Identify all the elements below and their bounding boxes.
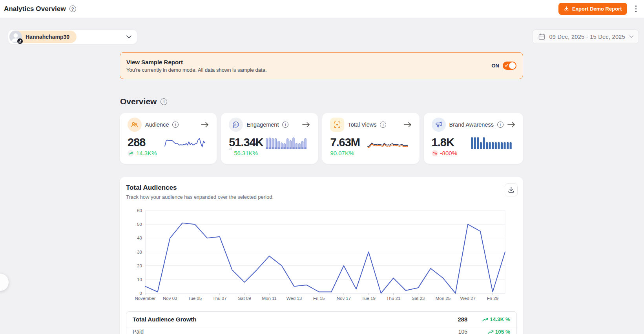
svg-text:Mon 25: Mon 25 bbox=[436, 296, 451, 301]
banner-title: View Sample Report bbox=[126, 59, 267, 65]
help-icon[interactable]: ? bbox=[69, 5, 76, 12]
trend-up-badge bbox=[128, 150, 134, 156]
svg-text:50: 50 bbox=[137, 222, 142, 227]
stat-card-engagement: Engagementi51.34K56.31K% bbox=[221, 113, 318, 164]
svg-text:Tue 19: Tue 19 bbox=[361, 296, 375, 301]
account-name: Hannahchamp30 bbox=[26, 34, 69, 40]
date-range-value: 09 Dec, 2025 - 15 Dec, 2025 bbox=[549, 34, 626, 40]
toggle-knob bbox=[509, 62, 516, 69]
card-title: Total Views bbox=[348, 122, 376, 128]
total-audiences-chart: 0102030405060NovemberNov 03Tue 05Thu 07S… bbox=[126, 205, 517, 303]
calendar-icon bbox=[538, 33, 545, 40]
kebab-menu-icon[interactable] bbox=[634, 5, 639, 13]
check-icon bbox=[505, 64, 508, 67]
svg-text:60: 60 bbox=[137, 208, 142, 213]
chevron-down-icon bbox=[126, 35, 131, 38]
growth-table-header: Total Audience Growth 288 14.3K % bbox=[126, 312, 516, 327]
svg-text:Mon 11: Mon 11 bbox=[262, 296, 277, 301]
svg-text:Thu 07: Thu 07 bbox=[213, 296, 227, 301]
card-delta: 90.07K% bbox=[330, 150, 354, 156]
growth-table-row-paid: Paid 105 105 % bbox=[126, 327, 516, 334]
sparkline bbox=[164, 136, 206, 149]
card-title: Brand Awareness bbox=[449, 122, 494, 128]
sparkline bbox=[367, 136, 409, 149]
banner-subtitle: You're currently in demo mode. All data … bbox=[126, 67, 267, 73]
svg-text:Sat 23: Sat 23 bbox=[412, 296, 425, 301]
stat-card-audience: Audiencei28814.3K% bbox=[120, 113, 217, 164]
svg-text:0: 0 bbox=[140, 291, 142, 296]
info-icon[interactable]: i bbox=[172, 122, 179, 128]
svg-text:Nov 03: Nov 03 bbox=[163, 296, 177, 301]
card-delta: 56.31K% bbox=[234, 150, 258, 156]
svg-text:20: 20 bbox=[137, 263, 142, 268]
audience-icon bbox=[128, 118, 142, 132]
download-chart-button[interactable] bbox=[505, 183, 518, 196]
chart-subtitle: Track how your audience has expanded ove… bbox=[126, 194, 517, 200]
chart-title: Total Audiences bbox=[126, 184, 517, 192]
info-icon[interactable]: i bbox=[497, 122, 504, 128]
arrow-right-icon[interactable] bbox=[507, 122, 515, 128]
svg-text:40: 40 bbox=[137, 236, 142, 240]
export-demo-report-button[interactable]: Export Demo Report bbox=[558, 3, 627, 15]
overview-section-title: Overview bbox=[120, 97, 157, 106]
svg-text:Sat 09: Sat 09 bbox=[238, 296, 251, 301]
svg-text:Tue 05: Tue 05 bbox=[188, 296, 202, 301]
info-icon[interactable]: i bbox=[161, 98, 167, 105]
svg-text:Fri 15: Fri 15 bbox=[313, 296, 325, 301]
growth-table: Total Audience Growth 288 14.3K % Paid 1… bbox=[126, 311, 517, 334]
svg-text:Wed 13: Wed 13 bbox=[286, 296, 302, 301]
card-value: 1.8K bbox=[432, 136, 454, 149]
card-title: Audience bbox=[145, 122, 169, 128]
card-delta: 14.3K% bbox=[136, 150, 157, 156]
download-icon bbox=[564, 6, 569, 12]
svg-text:Wed 27: Wed 27 bbox=[460, 296, 475, 301]
svg-text:10: 10 bbox=[137, 277, 142, 282]
toggle-label: ON bbox=[492, 63, 500, 69]
download-icon bbox=[508, 187, 514, 193]
stat-card-total-views: Total Viewsi7.63M90.07K% bbox=[322, 113, 419, 164]
info-icon[interactable]: i bbox=[282, 122, 288, 128]
mini-bar-icon bbox=[229, 147, 232, 150]
arrow-right-icon[interactable] bbox=[403, 122, 412, 128]
total-views-icon bbox=[330, 118, 344, 132]
total-audiences-card: Total Audiences Track how your audience … bbox=[120, 177, 523, 334]
svg-text:Thu 21: Thu 21 bbox=[387, 296, 401, 301]
engagement-icon bbox=[229, 118, 243, 132]
card-value: 51.34K bbox=[229, 136, 263, 149]
sidebar-toggle-handle[interactable] bbox=[0, 274, 9, 291]
svg-text:30: 30 bbox=[137, 250, 142, 254]
chevron-down-icon bbox=[629, 35, 633, 38]
trend-down-badge bbox=[432, 150, 438, 156]
svg-text:Fri 29: Fri 29 bbox=[487, 296, 498, 301]
svg-text:Nov 17: Nov 17 bbox=[337, 296, 351, 301]
avatar bbox=[9, 31, 22, 43]
sparkline bbox=[471, 136, 512, 149]
account-selector[interactable]: Hannahchamp30 bbox=[8, 29, 137, 44]
arrow-right-icon[interactable] bbox=[201, 122, 209, 128]
topbar: Analytics Overview ? Export Demo Report bbox=[0, 0, 644, 18]
card-value: 288 bbox=[128, 136, 145, 149]
sample-report-banner: View Sample Report You're currently in d… bbox=[120, 52, 523, 79]
sample-report-toggle[interactable] bbox=[503, 62, 516, 70]
arrow-right-icon[interactable] bbox=[302, 122, 310, 128]
card-title: Engagement bbox=[246, 122, 279, 128]
sparkline bbox=[265, 136, 307, 149]
trend-up-icon bbox=[482, 317, 488, 321]
brand-awareness-icon bbox=[432, 118, 446, 132]
tiktok-icon bbox=[17, 38, 23, 44]
info-icon[interactable]: i bbox=[380, 122, 386, 128]
date-range-picker[interactable]: 09 Dec, 2025 - 15 Dec, 2025 bbox=[532, 29, 639, 44]
card-value: 7.63M bbox=[330, 136, 360, 149]
stat-card-brand-awareness: Brand Awarenessi1.8K-800% bbox=[424, 113, 523, 164]
trend-up-icon bbox=[488, 330, 494, 334]
account-pill: Hannahchamp30 bbox=[9, 31, 77, 43]
page-title: Analytics Overview bbox=[4, 5, 66, 13]
card-delta: -800% bbox=[440, 150, 457, 156]
svg-text:November: November bbox=[135, 296, 155, 301]
